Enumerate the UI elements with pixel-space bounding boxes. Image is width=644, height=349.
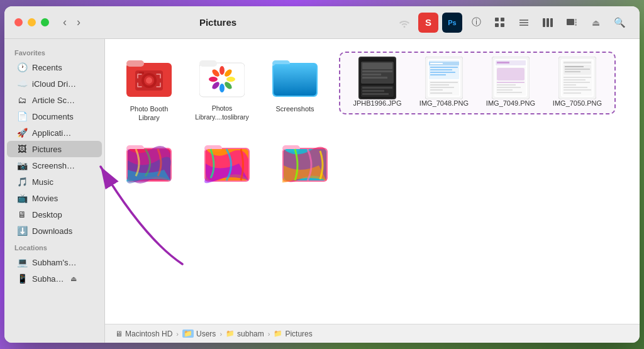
downloads-icon: ⬇️ [17, 226, 27, 236]
sidebar-item-applications[interactable]: 🚀 Applicati… [7, 125, 102, 141]
applications-icon: 🚀 [17, 128, 27, 138]
file-item-photos[interactable]: PhotosLibrary....toslibrary [191, 52, 253, 125]
locations-label: Locations [4, 239, 104, 254]
svg-rect-54 [430, 69, 452, 70]
subham-folder-mini: 📁 [226, 330, 235, 338]
file-item-jphb1996[interactable]: JPHB1996.JPG [349, 59, 406, 107]
sidebar-label-subhams: Subham's… [32, 258, 76, 267]
sidebar-item-subhams[interactable]: 💻 Subham's… [7, 254, 102, 270]
sidebar-label-recents: Recents [32, 63, 62, 72]
jphb1996-icon [355, 59, 400, 97]
screenshots-folder-name: Screenshots [275, 104, 314, 113]
svg-rect-72 [497, 89, 513, 91]
svg-rect-61 [430, 89, 443, 91]
file-grid: Photo BoothLibrary [105, 39, 640, 324]
sidebar-item-music[interactable]: 🎵 Music [7, 174, 102, 190]
sidebar-label-downloads: Downloads [32, 226, 72, 236]
titlebar: ‹ › Pictures S Ps ⓘ [4, 6, 640, 39]
sidebar-item-desktop[interactable]: 🖥 Desktop [7, 206, 102, 223]
subhams-icon: 💻 [17, 257, 27, 267]
file-row-2 [118, 136, 627, 193]
grid-icon[interactable] [490, 13, 510, 33]
svg-rect-40 [362, 63, 392, 69]
svg-rect-12 [575, 21, 577, 23]
toolbar-icons: S Ps ⓘ [394, 13, 630, 33]
photobooth-folder-icon [126, 55, 172, 101]
gallery-icon[interactable] [562, 13, 582, 33]
sidebar-label-screenshots: Screensh… [32, 161, 75, 170]
main-content: Favorites 🕐 Recents ☁️ iCloud Dri… 🗂 Art… [4, 39, 640, 343]
eject-icon[interactable]: ⏏ [586, 13, 606, 33]
sidebar-item-subha[interactable]: 📱 Subha… ⏏ [7, 270, 102, 287]
svg-rect-0 [495, 18, 499, 21]
svg-rect-59 [430, 84, 449, 86]
svg-point-28 [219, 84, 225, 92]
sidebar-label-pictures: Pictures [32, 145, 62, 154]
svg-rect-3 [501, 23, 504, 27]
sidebar-item-icloud[interactable]: ☁️ iCloud Dri… [7, 75, 102, 92]
ps-app-icon[interactable]: Ps [442, 13, 462, 33]
img7050-icon [555, 59, 600, 97]
sidebar-item-movies[interactable]: 📺 Movies [7, 190, 102, 206]
sidebar-label-movies: Movies [32, 194, 58, 203]
info-icon[interactable]: ⓘ [466, 13, 486, 33]
file-item-screenshots[interactable]: Screenshots [264, 52, 326, 117]
users-folder-mini: 📁 [182, 330, 194, 338]
sidebar-label-applications: Applicati… [32, 128, 71, 138]
svg-rect-83 [564, 79, 586, 80]
column-icon[interactable] [538, 13, 558, 33]
img7049-name: IMG_7049.PNG [486, 99, 535, 107]
sidebar: Favorites 🕐 Recents ☁️ iCloud Dri… 🗂 Art… [4, 39, 105, 343]
svg-rect-13 [575, 24, 577, 26]
list-icon[interactable] [514, 13, 534, 33]
svg-rect-7 [543, 18, 545, 27]
svg-rect-42 [362, 74, 381, 75]
minimize-button[interactable] [28, 18, 36, 26]
photos-folder-icon [199, 55, 245, 101]
file-item-img7049[interactable]: IMG_7049.PNG [482, 59, 539, 107]
sidebar-item-documents[interactable]: 📄 Documents [7, 108, 102, 125]
sidebar-item-article[interactable]: 🗂 Article Sc… [7, 92, 102, 108]
icloud-icon: ☁️ [17, 79, 27, 89]
sidebar-item-pictures[interactable]: 🖼 Pictures [7, 141, 102, 157]
svg-rect-85 [564, 84, 576, 86]
svg-rect-15 [126, 60, 144, 67]
svg-rect-10 [567, 19, 574, 25]
documents-icon: 📄 [17, 111, 27, 121]
svg-rect-53 [430, 67, 458, 68]
favorites-label: Favorites [4, 44, 104, 59]
svg-rect-71 [497, 87, 521, 88]
file-item-photobooth[interactable]: Photo BoothLibrary [118, 52, 180, 126]
svg-rect-58 [430, 82, 458, 83]
svg-rect-52 [430, 63, 443, 64]
svg-point-32 [218, 75, 226, 83]
svg-point-26 [226, 77, 235, 82]
breadcrumb-macintosh: 🖥 Macintosh HD [115, 330, 172, 338]
desktop-icon: 🖥 [17, 209, 27, 219]
file-item-img7048[interactable]: IMG_7048.PNG [416, 59, 472, 107]
svg-rect-84 [564, 82, 590, 83]
sidebar-item-recents[interactable]: 🕐 Recents [7, 59, 102, 75]
file-item-colorful-1[interactable] [118, 136, 180, 193]
file-item-colorful-2[interactable] [196, 136, 258, 193]
svg-rect-86 [564, 87, 587, 88]
sidebar-item-downloads[interactable]: ⬇️ Downloads [7, 223, 102, 239]
file-item-img7050[interactable]: IMG_7050.PNG [549, 59, 606, 107]
search-icon[interactable]: 🔍 [609, 13, 630, 33]
photos-name: PhotosLibrary....toslibrary [195, 104, 249, 121]
statusbar: 🖥 Macintosh HD › 📁 Users › 📁 subham › 📁 … [105, 324, 640, 343]
subha-icon: 📱 [17, 274, 27, 284]
eject-button[interactable]: ⏏ [70, 275, 77, 283]
file-item-colorful-3[interactable] [274, 136, 336, 193]
sidebar-item-screenshots[interactable]: 📷 Screensh… [7, 157, 102, 174]
macintosh-icon: 🖥 [115, 330, 123, 338]
s-app-icon[interactable]: S [418, 13, 438, 33]
recents-icon: 🕐 [17, 62, 27, 72]
sidebar-label-article: Article Sc… [32, 96, 75, 105]
svg-rect-87 [564, 89, 591, 91]
breadcrumb-sep-3: › [268, 330, 270, 338]
breadcrumb-sep-1: › [176, 330, 179, 338]
close-button[interactable] [14, 18, 23, 26]
colorful-folder-2-icon [204, 140, 250, 186]
svg-rect-81 [565, 71, 580, 72]
